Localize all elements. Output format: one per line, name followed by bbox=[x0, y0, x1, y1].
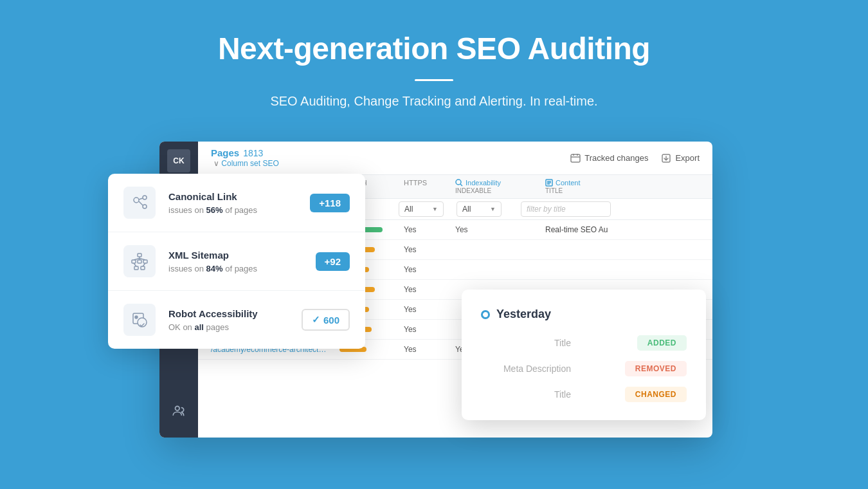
issue-card-sitemap: XML Sitemap issues on 84% of pages +92 bbox=[108, 232, 365, 291]
svg-point-13 bbox=[456, 180, 461, 185]
change-label-3: Title bbox=[481, 389, 571, 400]
svg-rect-8 bbox=[571, 154, 580, 162]
changes-panel: Yesterday Title ADDED Meta Description R… bbox=[462, 290, 706, 420]
tracked-changes-label: Tracked changes bbox=[584, 153, 648, 163]
issue-title-canonical: Canonical Link bbox=[168, 191, 297, 202]
issue-badge-sitemap: +92 bbox=[316, 252, 350, 271]
changes-header: Yesterday bbox=[481, 308, 687, 321]
cell-https: Yes bbox=[399, 225, 450, 234]
issue-subtitle-canonical: issues on 56% of pages bbox=[168, 205, 297, 215]
column-set: ∨ Column set SEO bbox=[213, 159, 279, 168]
cell-indexable: Yes bbox=[450, 225, 540, 234]
issue-card-robot: Robot Accessibility OK on all pages ✓ 60… bbox=[108, 291, 365, 349]
avatar: CK bbox=[167, 149, 190, 172]
svg-line-23 bbox=[139, 201, 143, 205]
issue-info-sitemap: XML Sitemap issues on 84% of pages bbox=[168, 250, 303, 273]
https-filter[interactable]: All ▼ bbox=[399, 201, 444, 217]
title-filter[interactable]: filter by title bbox=[521, 201, 611, 217]
change-row-title-added: Title ADDED bbox=[481, 335, 687, 351]
change-label-1: Title bbox=[481, 338, 571, 348]
change-badge-changed: CHANGED bbox=[625, 387, 687, 402]
svg-rect-29 bbox=[141, 266, 145, 270]
svg-rect-24 bbox=[138, 254, 141, 257]
top-bar-left: Pages 1813 ∨ Column set SEO bbox=[211, 147, 279, 168]
hero-title: Next-generation SEO Auditing bbox=[0, 31, 868, 66]
issues-panel: Canonical Link issues on 56% of pages +1… bbox=[108, 174, 365, 349]
export-label: Export bbox=[675, 153, 700, 163]
changes-date: Yesterday bbox=[496, 308, 551, 321]
sidebar-icon-users[interactable] bbox=[167, 399, 190, 422]
change-label-2: Meta Description bbox=[481, 364, 571, 374]
svg-line-14 bbox=[460, 184, 462, 186]
change-row-meta-removed: Meta Description REMOVED bbox=[481, 361, 687, 376]
svg-rect-27 bbox=[143, 260, 147, 263]
pages-label: Pages bbox=[211, 147, 239, 159]
issue-subtitle-robot: OK on all pages bbox=[168, 322, 289, 332]
sitemap-icon-wrap bbox=[123, 245, 156, 277]
issue-card-canonical: Canonical Link issues on 56% of pages +1… bbox=[108, 174, 365, 232]
svg-point-20 bbox=[143, 196, 147, 199]
svg-point-21 bbox=[143, 205, 147, 208]
issue-info-canonical: Canonical Link issues on 56% of pages bbox=[168, 191, 297, 215]
issue-badge-robot: ✓ 600 bbox=[302, 309, 350, 331]
robot-icon-wrap bbox=[123, 304, 156, 336]
svg-point-7 bbox=[176, 406, 180, 411]
svg-rect-26 bbox=[138, 260, 141, 263]
col-content-header: Content TITLE bbox=[540, 175, 669, 198]
col-https-header: HTTPS bbox=[399, 175, 450, 198]
timeline-dot bbox=[481, 310, 490, 319]
change-row-title-changed: Title CHANGED bbox=[481, 387, 687, 402]
issue-title-sitemap: XML Sitemap bbox=[168, 250, 303, 261]
cell-title: Real-time SEO Au bbox=[540, 225, 669, 234]
svg-point-19 bbox=[134, 198, 139, 203]
issue-badge-canonical: +118 bbox=[310, 194, 350, 212]
export-btn[interactable]: Export bbox=[661, 153, 700, 163]
svg-rect-25 bbox=[132, 260, 136, 263]
tracked-changes-btn[interactable]: Tracked changes bbox=[570, 153, 648, 163]
hero-divider bbox=[415, 79, 453, 81]
issue-info-robot: Robot Accessibility OK on all pages bbox=[168, 308, 289, 332]
top-bar: Pages 1813 ∨ Column set SEO bbox=[198, 142, 712, 175]
hero-subtitle: SEO Auditing, Change Tracking and Alerti… bbox=[0, 94, 868, 109]
issue-subtitle-sitemap: issues on 84% of pages bbox=[168, 264, 303, 273]
col-indexable-header: Indexability INDEXABLE bbox=[450, 175, 540, 198]
indexable-filter[interactable]: All ▼ bbox=[457, 201, 502, 217]
canonical-icon-wrap bbox=[123, 187, 156, 219]
issue-title-robot: Robot Accessibility bbox=[168, 308, 289, 319]
pages-count: 1813 bbox=[243, 148, 263, 159]
change-badge-added: ADDED bbox=[637, 335, 687, 351]
ui-container: CK bbox=[108, 142, 700, 463]
top-bar-right: Tracked changes Export bbox=[570, 153, 700, 163]
svg-point-37 bbox=[135, 316, 138, 318]
change-badge-removed: REMOVED bbox=[625, 361, 687, 376]
sidebar-bottom bbox=[167, 399, 190, 427]
svg-rect-28 bbox=[134, 266, 138, 270]
svg-line-22 bbox=[139, 198, 143, 199]
